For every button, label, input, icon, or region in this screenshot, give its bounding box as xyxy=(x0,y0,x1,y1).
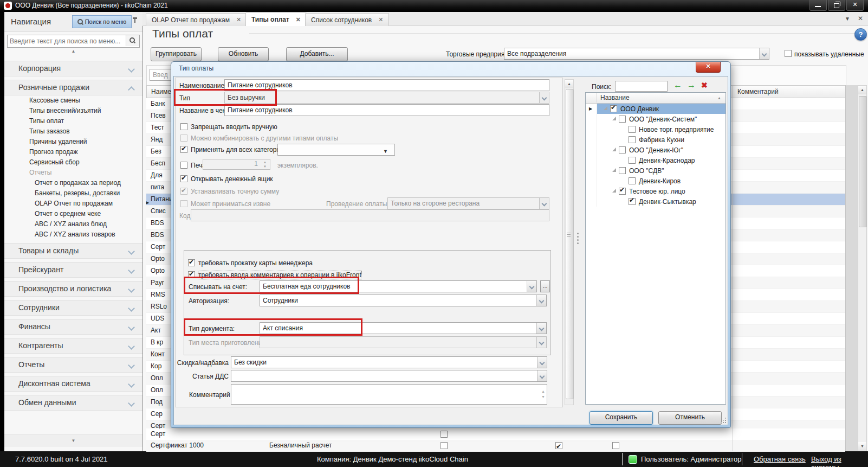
enterprises-combo[interactable]: Все подразделения xyxy=(504,48,769,60)
discount-combo[interactable]: Без скидки xyxy=(231,356,547,368)
tab-employee-list[interactable]: Список сотрудников✕ xyxy=(305,13,389,26)
tab-payment-types[interactable]: Типы оплат✕ xyxy=(245,12,307,26)
next-arrow-icon[interactable]: → xyxy=(687,80,696,91)
forbid-manual-checkbox[interactable] xyxy=(180,123,187,130)
row-checkbox[interactable] xyxy=(441,431,448,438)
table-row[interactable]: Сертфиикат 1000 Безналичный расчет xyxy=(146,440,845,452)
expander-icon[interactable] xyxy=(612,168,616,172)
tree-checkbox[interactable] xyxy=(619,146,626,153)
nav-menu-item[interactable]: Дисконтная система xyxy=(4,376,142,392)
tree-checkbox[interactable] xyxy=(619,167,626,174)
scrollbar-thumb[interactable] xyxy=(859,96,867,227)
nav-menu-item[interactable]: Типы оплат xyxy=(4,116,142,126)
add-button[interactable]: Добавить... xyxy=(286,47,348,61)
scroll-up-icon[interactable]: ▲ xyxy=(858,86,866,94)
nav-scroll-up[interactable]: ▲ xyxy=(4,49,142,55)
tree-row[interactable]: ▶ Новое торг. предприятие xyxy=(586,124,726,135)
spin-up-icon[interactable]: ▲ xyxy=(261,160,269,164)
group-button[interactable]: Группировать xyxy=(151,47,202,61)
nav-menu-item[interactable]: Обмен данными xyxy=(4,395,142,411)
manager-card-checkbox[interactable] xyxy=(188,259,195,266)
tab-close-icon[interactable]: ✕ xyxy=(378,16,383,23)
scroll-up-icon[interactable]: ▲ xyxy=(565,80,573,88)
close-button[interactable]: ✕ xyxy=(846,0,864,11)
tab-close-icon[interactable]: ✕ xyxy=(236,16,241,23)
expander-icon[interactable] xyxy=(612,189,616,193)
chevron-down-icon[interactable] xyxy=(759,48,769,59)
nav-menu-item[interactable]: OLAP Отчет по продажам xyxy=(4,199,142,209)
tree-row[interactable]: ▶ ООО Денвик xyxy=(586,104,726,114)
scroll-down-icon[interactable]: ▼ xyxy=(858,442,866,451)
row-checkbox[interactable] xyxy=(555,442,562,449)
show-deleted-checkbox[interactable] xyxy=(785,50,792,57)
scroll-down-icon[interactable]: ▼ xyxy=(541,392,545,402)
scrollbar-thumb[interactable] xyxy=(566,89,574,399)
cancel-button[interactable]: Отменить xyxy=(658,411,722,425)
refresh-button[interactable]: Обновить xyxy=(218,47,269,61)
nav-menu-item[interactable]: Корпорация xyxy=(4,61,142,76)
copies-spinner[interactable]: 1 ▲ ▼ xyxy=(203,159,270,170)
save-button[interactable]: Сохранить xyxy=(590,411,653,425)
nav-menu-item[interactable]: Отчеты xyxy=(4,168,142,178)
combine-checkbox[interactable] xyxy=(180,135,187,142)
expander-icon[interactable] xyxy=(612,117,616,120)
auth-combo[interactable]: Сотрудники xyxy=(260,295,547,306)
nav-menu-item[interactable]: Причины удалений xyxy=(4,137,142,147)
nav-menu-item[interactable]: Сотрудники xyxy=(4,300,142,316)
tree-row[interactable]: ▶ ООО "Денвик-Юг" xyxy=(586,145,726,155)
receipt-name-field[interactable]: Питание сотрудников xyxy=(224,104,549,116)
prev-arrow-icon[interactable]: ← xyxy=(673,80,682,91)
nav-menu-item[interactable]: Финансы xyxy=(4,319,142,335)
tree-checkbox[interactable] xyxy=(619,116,626,123)
restore-button[interactable] xyxy=(828,0,845,11)
pin-icon[interactable] xyxy=(134,17,135,23)
nav-menu-item[interactable]: Производство и логистика xyxy=(4,281,142,297)
splitter-handle[interactable] xyxy=(577,233,579,234)
row-checkbox[interactable] xyxy=(441,442,448,449)
tree-row[interactable]: ▶ ООО "СДВ" xyxy=(586,165,726,176)
tree-checkbox[interactable] xyxy=(629,126,636,133)
nav-search-input[interactable] xyxy=(9,36,125,47)
nav-menu-item[interactable]: Кассовые смены xyxy=(4,95,142,106)
nav-menu-item[interactable]: Типы заказов xyxy=(4,126,142,137)
spin-down-icon[interactable]: ▼ xyxy=(261,164,269,169)
print-receipt-checkbox[interactable] xyxy=(180,162,187,169)
nav-menu-item[interactable]: Банкеты, резервы, доставки xyxy=(4,188,142,199)
tab-list-dropdown-icon[interactable]: ▼ xyxy=(845,16,850,22)
nav-menu-item[interactable]: Отчеты xyxy=(4,357,142,373)
tree-row[interactable]: ▶ Тестовое юр. лицо xyxy=(586,186,726,196)
tree-checkbox[interactable] xyxy=(629,157,636,164)
nav-menu-item[interactable]: Сервисный сбор xyxy=(4,157,142,168)
row-checkbox[interactable] xyxy=(612,442,619,449)
vat-combo[interactable] xyxy=(231,370,547,382)
nav-menu-item[interactable]: ABC / XYZ анализ товаров xyxy=(4,229,142,240)
form-scrollbar[interactable]: ▲ xyxy=(565,79,574,405)
nav-menu-item[interactable]: Прогноз продаж xyxy=(4,147,142,157)
writeoff-more-button[interactable]: ... xyxy=(540,280,550,292)
nav-menu-item[interactable]: Товары и склады xyxy=(4,243,142,259)
tree-checkbox[interactable] xyxy=(619,188,626,195)
tree-checkbox[interactable] xyxy=(629,136,636,143)
expander-icon[interactable] xyxy=(612,148,616,151)
comment-textarea[interactable]: ▲ ▼ xyxy=(231,384,547,405)
tree-row[interactable]: ▶ ООО "Денвик-Систем" xyxy=(586,114,726,124)
cookplace-combo[interactable] xyxy=(260,336,547,348)
tree-row[interactable]: ▶ Денвик-Сыктывкар xyxy=(586,196,726,207)
tree-row[interactable]: ▶ Фабрика Кухни xyxy=(586,135,726,145)
tree-checkbox[interactable] xyxy=(629,177,636,184)
logout-link[interactable]: Выход из системы xyxy=(811,455,868,467)
clear-search-icon[interactable]: ✖ xyxy=(701,80,708,91)
feedback-link[interactable]: Обратная связь xyxy=(754,455,806,463)
tab-olap-report[interactable]: OLAP Отчет по продажам✕ xyxy=(146,13,247,26)
sort-ascending-icon[interactable]: ▲ xyxy=(717,96,721,100)
resize-grip[interactable] xyxy=(725,422,726,423)
code-field[interactable] xyxy=(191,209,549,221)
tab-close-icon[interactable]: ✕ xyxy=(296,16,301,23)
processing-combo[interactable]: Только на стороне ресторана xyxy=(387,197,549,209)
table-row[interactable]: Серт xyxy=(146,428,845,440)
help-icon[interactable]: ? xyxy=(854,28,867,41)
external-checkbox[interactable] xyxy=(180,200,187,207)
nav-menu-item[interactable]: Отчет о продажах за период xyxy=(4,178,142,188)
open-drawer-checkbox[interactable] xyxy=(180,175,187,182)
exact-amount-checkbox[interactable] xyxy=(180,188,187,195)
